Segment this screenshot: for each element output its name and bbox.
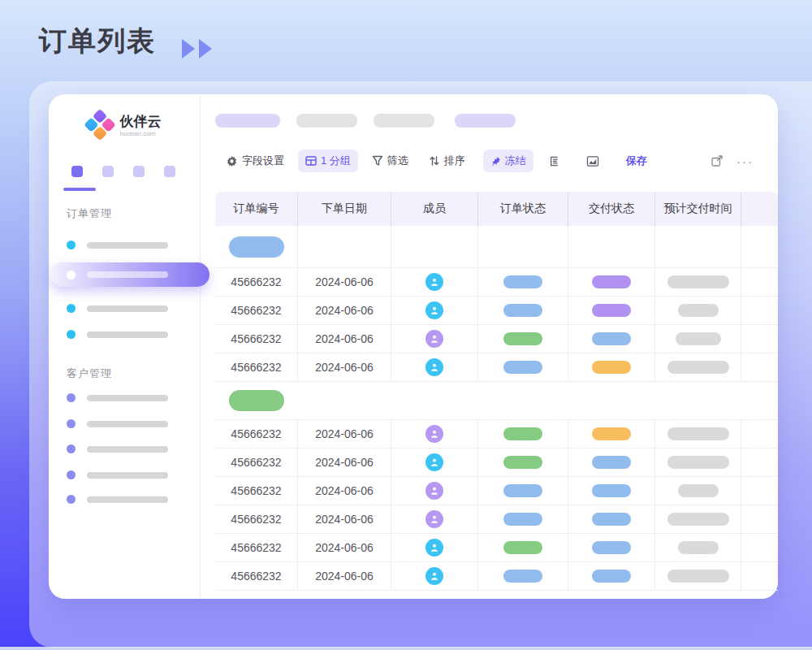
sort-button[interactable]: 排序	[429, 154, 465, 168]
sidebar-tab-3[interactable]	[133, 166, 145, 177]
table-row[interactable]: 456662322024-06-06	[215, 562, 778, 591]
delivery-status-pill	[592, 304, 631, 317]
eta-placeholder	[667, 275, 729, 288]
column-header[interactable]: 下单日期	[298, 192, 391, 226]
table-row[interactable]: 456662322024-06-06	[215, 505, 778, 534]
empty-cell	[478, 382, 568, 419]
table-row[interactable]: 456662322024-06-06	[215, 268, 778, 297]
eta-placeholder	[667, 513, 729, 526]
sidebar-item-active[interactable]	[50, 262, 209, 287]
filter-label: 筛选	[387, 154, 408, 168]
column-header[interactable]: 预计交付时间	[655, 192, 741, 226]
table-cell	[478, 353, 568, 381]
table-cell	[478, 448, 568, 476]
play-arrows-icon	[182, 39, 212, 58]
sidebar-item[interactable]	[67, 470, 168, 479]
column-header[interactable]: 交付状态	[568, 192, 655, 226]
table-row[interactable]: 456662322024-06-06	[215, 297, 778, 325]
row-height-icon[interactable]	[547, 155, 559, 167]
table-cell: 45666232	[215, 477, 298, 505]
sidebar-item-text-placeholder	[87, 271, 168, 278]
table-cell	[478, 505, 568, 533]
column-header[interactable]: 订单状态	[478, 192, 568, 226]
empty-cell	[391, 226, 478, 267]
member-avatar	[425, 482, 443, 500]
sidebar-tab-2[interactable]	[102, 166, 114, 177]
table-cell	[741, 268, 778, 296]
table-row[interactable]: 456662322024-06-06	[215, 477, 778, 505]
freeze-button[interactable]: 冻结	[483, 150, 533, 172]
table-cell	[568, 534, 655, 561]
table-cell	[478, 325, 568, 353]
empty-cell	[568, 382, 655, 419]
table-row[interactable]: 456662322024-06-06	[215, 448, 778, 477]
chart-icon[interactable]	[586, 155, 599, 167]
order-status-pill	[503, 456, 542, 469]
table-cell	[568, 353, 655, 381]
group-header-row[interactable]	[215, 382, 778, 420]
sidebar-item[interactable]	[67, 240, 168, 249]
group-cell	[215, 382, 298, 419]
empty-cell	[741, 382, 778, 419]
delivery-status-pill	[592, 275, 631, 288]
sidebar-item[interactable]	[67, 330, 168, 339]
column-header[interactable]: 成员	[391, 192, 478, 226]
eta-placeholder	[678, 541, 719, 554]
table-cell: 2024-06-06	[298, 325, 391, 353]
table-cell: 45666232	[215, 268, 298, 296]
column-header[interactable]: 订单编号	[215, 192, 298, 226]
sidebar-tab-4[interactable]	[164, 166, 175, 177]
sidebar-item[interactable]	[67, 304, 168, 313]
sidebar-item-text-placeholder	[87, 472, 168, 479]
share-icon[interactable]	[710, 154, 723, 167]
sidebar-item[interactable]	[67, 393, 168, 402]
table-row[interactable]: 456662322024-06-06	[215, 534, 778, 562]
group-table-icon	[305, 155, 317, 167]
sidebar-section-label: 订单管理	[67, 206, 112, 221]
order-status-pill	[503, 361, 542, 374]
table-cell	[391, 534, 478, 561]
table-cell	[741, 297, 778, 324]
empty-cell	[298, 382, 391, 419]
table-row[interactable]: 456662322024-06-06	[215, 325, 778, 353]
table-cell	[478, 562, 568, 590]
table-cell	[391, 325, 478, 353]
filter-button[interactable]: 筛选	[372, 154, 408, 168]
breadcrumb-placeholder	[215, 114, 280, 128]
delivery-status-pill	[592, 570, 631, 583]
group-button[interactable]: 1 分组	[298, 150, 358, 172]
group-header-row[interactable]	[215, 226, 778, 268]
eta-placeholder	[678, 304, 719, 317]
sidebar-item-dot	[67, 330, 76, 339]
delivery-status-pill	[592, 427, 631, 440]
sidebar-item-dot	[67, 444, 76, 453]
orders-table: 订单编号下单日期成员订单状态交付状态预计交付时间456662322024-06-…	[215, 192, 778, 591]
table-cell	[391, 562, 478, 590]
table-cell: 45666232	[215, 353, 298, 381]
table-cell	[741, 477, 778, 505]
field-settings-button[interactable]: 字段设置	[226, 154, 284, 168]
sidebar-item[interactable]	[67, 419, 168, 428]
sidebar-item[interactable]	[67, 495, 168, 504]
eta-placeholder	[667, 456, 729, 469]
sidebar-tab-1[interactable]	[71, 166, 83, 177]
order-status-pill	[503, 332, 542, 345]
member-avatar	[425, 453, 443, 471]
sidebar-item[interactable]	[67, 444, 168, 453]
delivery-status-pill	[592, 484, 631, 497]
empty-cell	[741, 226, 778, 267]
table-cell: 45666232	[215, 420, 298, 448]
table-row[interactable]: 456662322024-06-06	[215, 353, 778, 382]
table-cell: 2024-06-06	[298, 505, 391, 533]
save-button[interactable]: 保存	[626, 154, 647, 168]
table-cell	[478, 534, 568, 561]
table-header-row: 订单编号下单日期成员订单状态交付状态预计交付时间	[215, 192, 778, 226]
table-cell	[741, 325, 778, 353]
sidebar: 伙伴云 huoban.com 订单管理客户管理	[49, 94, 201, 599]
table-row[interactable]: 456662322024-06-06	[215, 420, 778, 448]
table-cell	[391, 477, 478, 505]
more-button[interactable]: ···	[736, 154, 754, 168]
sort-label: 排序	[444, 154, 465, 168]
table-cell	[741, 353, 778, 381]
column-header-empty[interactable]	[741, 192, 778, 226]
